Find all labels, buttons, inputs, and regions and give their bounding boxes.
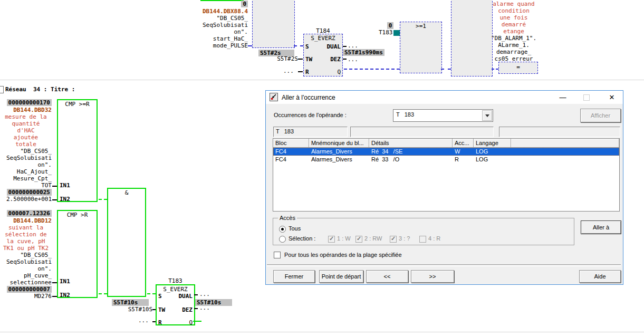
combobox-value: T 183 (396, 111, 414, 118)
connector (52, 282, 57, 283)
column-header-acces[interactable]: Acc... (453, 139, 474, 148)
comment-line: alarme quand (491, 1, 537, 7)
dialog-title: Aller à l'occurrence (282, 94, 335, 101)
comment-line: demarré (491, 21, 537, 28)
comment-line: etange (491, 28, 537, 35)
radio-selection-label[interactable]: Sélection : (289, 235, 315, 242)
display-field-3 (499, 127, 620, 137)
connector (248, 45, 252, 46)
column-header-bloc[interactable]: Bloc (273, 139, 309, 148)
maximize-icon (583, 94, 590, 101)
cell-bloc: FC4 (273, 156, 309, 164)
table-row[interactable]: FC4 Alarmes_Divers Ré 33 /O R LOG (273, 156, 619, 164)
close-button[interactable]: Fermer (273, 270, 315, 283)
connector (194, 294, 198, 295)
selected-block[interactable] (451, 0, 493, 76)
comment-line: totale (0, 141, 52, 148)
step7-lad-fbd-editor: 0 DB144.DBX88.4 "DB_CS05_ SeqSolubisati … (0, 0, 644, 336)
checkbox-1w (328, 236, 335, 243)
pin-in2: IN2 (60, 292, 70, 299)
timer-block-t183[interactable]: S_EVERZ S TW R DUAL DEZ Q (156, 284, 195, 325)
selected-contact-block[interactable] (252, 0, 295, 48)
network-separator (0, 80, 644, 80)
comment-line: d'HAC (0, 127, 52, 134)
help-button[interactable]: Aide (579, 270, 621, 283)
goto-button[interactable]: Aller à (581, 220, 621, 234)
dialog-title-bar[interactable]: Aller à l'occurrence — ✕ (266, 91, 623, 104)
next-button[interactable]: >> (411, 270, 454, 283)
symbol-line: pH_cuve_ (0, 272, 52, 279)
comment-line: ajoutée (0, 134, 52, 141)
cmp-gt-r-block[interactable]: CMP >R IN1 IN2 (57, 210, 98, 298)
groupbox-label: Accès (278, 215, 297, 221)
range-checkbox[interactable] (274, 252, 281, 258)
monitor-value-badge: 0 (205, 1, 248, 7)
cell-acces: W (453, 148, 474, 156)
cell-langage: LOG (474, 148, 511, 156)
pin-dez: DEZ (182, 306, 193, 313)
assign-coil-block[interactable]: = (498, 62, 538, 74)
monitor-value-badge: S5T#1s990ms (343, 49, 385, 56)
dez-output-value: ... (199, 304, 215, 311)
comment-line: quantité (0, 120, 52, 127)
connector (343, 46, 347, 47)
table-row[interactable]: FC4 Alarmes_Divers Ré 34 /SE W LOG (273, 148, 619, 156)
column-header-details[interactable]: Détails (369, 139, 453, 148)
dialog-icon (270, 93, 278, 102)
connector (298, 71, 303, 72)
network-header[interactable]: Réseau 34 : Titre : (5, 86, 137, 93)
cell-mnemonique: Alarmes_Divers (309, 156, 369, 164)
timer-block-t184[interactable]: S_EVERZ S TW R DUAL DEZ Q (303, 34, 343, 76)
comment-line: suivant la (0, 224, 52, 231)
checkbox-4r-label: 4 : R (428, 235, 440, 242)
column-header-langage[interactable]: Langage (474, 139, 511, 148)
symbol-line: selectionnee (0, 279, 52, 286)
show-button: Afficher (580, 109, 621, 122)
or-block[interactable]: >=1 (400, 22, 442, 73)
connector (52, 199, 57, 200)
symbol-line: "DB_CS05_ (0, 148, 52, 155)
pin-tw: TW (305, 56, 312, 63)
timer-name[interactable]: T183 (156, 277, 195, 284)
symbol-line: on". (0, 265, 52, 272)
comment-line: la cuve, pH (0, 238, 52, 245)
close-icon[interactable]: ✕ (601, 91, 622, 104)
start-point-button[interactable]: Point de départ (319, 270, 363, 283)
operand-display-field: T 183 (273, 127, 348, 137)
monitor-value-badge: 000007.12326 (0, 210, 52, 217)
symbol-line: start_HaC_ (194, 35, 248, 42)
pin-r: R (305, 69, 309, 75)
cell-bloc: FC4 (273, 148, 309, 156)
connector (99, 199, 107, 200)
operand-combobox[interactable]: T 183 (393, 109, 493, 122)
symbol-line: on". (0, 161, 52, 168)
radio-tous[interactable] (279, 226, 286, 233)
pin-in1: IN1 (60, 278, 70, 285)
and-block[interactable]: & (107, 188, 146, 297)
comment-line: TK1 ou pH TK2 (0, 245, 52, 252)
symbol-line: HaC_Ajout_ (0, 168, 52, 175)
block-type-label: CMP >R (58, 212, 97, 218)
monitor-value-badge: 0 (386, 22, 395, 29)
radio-selection[interactable] (279, 236, 286, 243)
pin-in2: IN2 (60, 196, 70, 203)
symbol-line: SeqSolubisati (0, 258, 52, 265)
pin-dual: DUAL (179, 293, 193, 300)
radio-tous-label[interactable]: Tous (289, 225, 301, 232)
range-checkbox-label[interactable]: Pour tous les opérandes de la plage spéc… (284, 252, 402, 258)
connector (294, 45, 303, 46)
column-header-mnemonique[interactable]: Mnémonique du bl... (309, 139, 369, 148)
previous-button[interactable]: << (366, 270, 408, 283)
pin-tw: TW (158, 306, 165, 313)
display-field-2 (350, 127, 494, 137)
cmp-gte-r-block[interactable]: CMP >=R IN1 IN2 (57, 99, 98, 202)
connector (99, 293, 107, 294)
connector (152, 321, 156, 322)
connector (147, 293, 156, 294)
operand-address: DB144.DBD12 (0, 217, 52, 224)
pin-s: S (158, 293, 162, 300)
minimize-button[interactable]: — (553, 91, 572, 104)
pin-dual: DUAL (327, 43, 341, 50)
combo-dropdown-button[interactable] (482, 110, 492, 121)
symbol-line: "DB_CS05_ (0, 252, 52, 258)
